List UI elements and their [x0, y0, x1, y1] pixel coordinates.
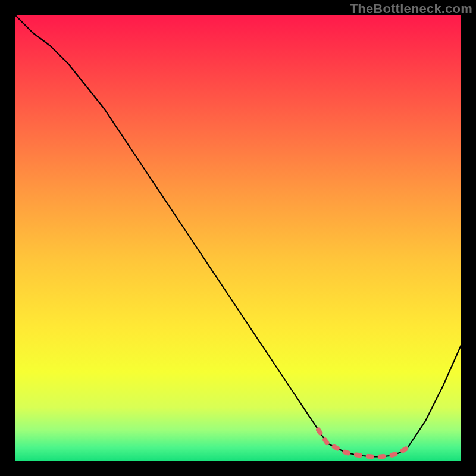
- chart-svg: [15, 15, 461, 461]
- plot-area: [15, 15, 461, 461]
- chart-container: TheBottleneck.com: [0, 0, 476, 476]
- background-gradient: [15, 15, 461, 461]
- watermark-label: TheBottleneck.com: [350, 1, 472, 17]
